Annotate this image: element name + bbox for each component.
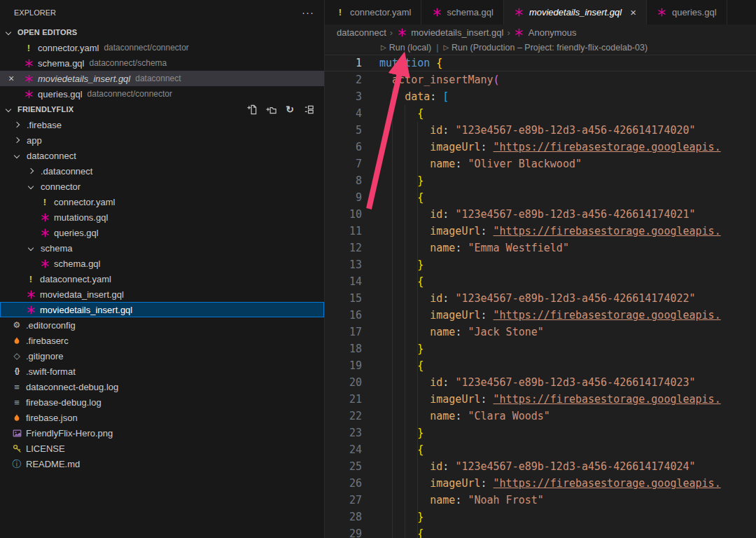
close-icon[interactable]: × <box>8 71 14 86</box>
line-content: name: "Jack Stone" <box>362 324 544 340</box>
file-name: dataconnect.yaml <box>40 274 111 284</box>
breadcrumb-item-moviedetails_insert.gql[interactable]: moviedetails_insert.gql <box>411 27 503 38</box>
line-number: 8 <box>325 172 362 189</box>
refresh-button[interactable]: ↻ <box>283 102 297 116</box>
open-editor-moviedetails_insert.gql[interactable]: ×moviedetails_insert.gqldataconnect <box>0 71 324 86</box>
chevron-right-icon <box>14 122 20 127</box>
tree-item-schema.gql[interactable]: schema.gql <box>0 256 324 271</box>
tree-item-connector[interactable]: connector <box>0 179 324 194</box>
tree-item-firebase-debug.log[interactable]: ≡firebase-debug.log <box>0 394 324 410</box>
code-line-28[interactable]: 28 } <box>325 509 756 525</box>
code-line-10[interactable]: 10 id: "123e4567-e89b-12d3-a456-42661417… <box>325 206 756 223</box>
code-line-19[interactable]: 19 { <box>325 357 756 374</box>
folder-name: .firebase <box>27 120 62 130</box>
file-path: dataconnect <box>135 74 181 83</box>
refresh-icon: ↻ <box>284 104 295 114</box>
line-content: } <box>362 340 424 357</box>
tree-item-app[interactable]: app <box>0 132 324 148</box>
code-line-3[interactable]: 3 data: [ <box>325 88 756 105</box>
code-line-8[interactable]: 8 } <box>325 172 756 189</box>
open-editor-queries.gql[interactable]: queries.gqldataconnect/connector <box>0 86 324 102</box>
tree-item-README.md[interactable]: ⓘREADME.md <box>0 456 324 471</box>
workspace-header[interactable]: FRIENDLYFLIX ↻ <box>0 102 324 117</box>
code-line-17[interactable]: 17 name: "Jack Stone" <box>325 324 756 340</box>
tree-item-FriendlyFlix-Hero.png[interactable]: FriendlyFlix-Hero.png <box>0 425 324 441</box>
file-name: FriendlyFlix-Hero.png <box>26 428 113 439</box>
chevron-down-icon <box>28 245 34 251</box>
tree-item-moviedata_insert.gql[interactable]: moviedata_insert.gql <box>0 287 324 302</box>
code-line-14[interactable]: 14 { <box>325 273 756 290</box>
tab-schema.gql[interactable]: schema.gql <box>421 0 503 25</box>
code-line-24[interactable]: 24 { <box>325 441 756 458</box>
tree-item-.dataconnect[interactable]: .dataconnect <box>0 163 324 179</box>
code-line-4[interactable]: 4 { <box>325 105 756 122</box>
code-editor[interactable]: 1mutation {2 actor_insertMany(3 data: [4… <box>325 55 756 538</box>
tree-item-schema[interactable]: schema <box>0 240 324 256</box>
tree-item-dataconnect-debug.log[interactable]: ≡dataconnect-debug.log <box>0 379 324 394</box>
code-line-20[interactable]: 20 id: "123e4567-e89b-12d3-a456-42661417… <box>325 374 756 391</box>
open-editors-header[interactable]: OPEN EDITORS <box>0 25 324 40</box>
code-line-7[interactable]: 7 name: "Oliver Blackwood" <box>325 156 756 172</box>
tree-item-LICENSE[interactable]: LICENSE <box>0 441 324 456</box>
code-line-16[interactable]: 16 imageUrl: "https://firebasestorage.go… <box>325 307 756 324</box>
more-actions-icon[interactable]: ··· <box>302 7 314 18</box>
tree-item-dataconnect.yaml[interactable]: !dataconnect.yaml <box>0 271 324 287</box>
code-line-2[interactable]: 2 actor_insertMany( <box>325 71 756 88</box>
codelens-bar: ▷Run (local)|▷Run (Production – Project:… <box>325 40 756 55</box>
code-line-1[interactable]: 1mutation { <box>325 55 756 71</box>
tree-item-.editorconfig[interactable]: ⚙.editorconfig <box>0 317 324 333</box>
tree-item-.firebaserc[interactable]: .firebaserc <box>0 333 324 348</box>
line-content: imageUrl: "https://firebasestorage.googl… <box>362 391 721 408</box>
codelens-link-run-production[interactable]: ▷Run (Production – Project: friendly-fli… <box>443 43 648 53</box>
codelens-link-run-local[interactable]: ▷Run (local) <box>381 43 431 53</box>
tab-queries.gql[interactable]: queries.gql <box>647 0 727 25</box>
close-icon[interactable]: × <box>630 7 636 18</box>
code-line-18[interactable]: 18 } <box>325 340 756 357</box>
code-line-6[interactable]: 6 imageUrl: "https://firebasestorage.goo… <box>325 139 756 156</box>
breadcrumb-item-dataconnect[interactable]: dataconnect <box>337 27 386 38</box>
code-line-27[interactable]: 27 name: "Noah Frost" <box>325 492 756 509</box>
line-content: imageUrl: "https://firebasestorage.googl… <box>362 475 721 492</box>
tree-item-.firebase[interactable]: .firebase <box>0 117 324 132</box>
code-line-15[interactable]: 15 id: "123e4567-e89b-12d3-a456-42661417… <box>325 290 756 307</box>
new-file-button[interactable] <box>245 102 259 116</box>
file-name: moviedetails_insert.gql <box>38 74 130 84</box>
tree-item-mutations.gql[interactable]: mutations.gql <box>0 209 324 225</box>
tree-item-firebase.json[interactable]: firebase.json <box>0 410 324 425</box>
code-line-11[interactable]: 11 imageUrl: "https://firebasestorage.go… <box>325 223 756 240</box>
line-number: 7 <box>325 156 362 172</box>
code-line-21[interactable]: 21 imageUrl: "https://firebasestorage.go… <box>325 391 756 408</box>
line-content: actor_insertMany( <box>362 71 500 88</box>
new-file-icon <box>246 104 258 115</box>
new-folder-button[interactable] <box>264 102 278 116</box>
breadcrumb-separator-icon: › <box>390 27 393 38</box>
tree-item-.swift-format[interactable]: {}.swift-format <box>0 364 324 379</box>
chevron-right-icon <box>14 137 20 143</box>
tree-item-connector.yaml[interactable]: !connector.yaml <box>0 194 324 209</box>
line-number: 18 <box>325 340 362 357</box>
collapse-all-button[interactable] <box>302 102 316 116</box>
line-content: data: [ <box>362 88 449 105</box>
code-line-12[interactable]: 12 name: "Emma Westfield" <box>325 240 756 256</box>
code-line-26[interactable]: 26 imageUrl: "https://firebasestorage.go… <box>325 475 756 492</box>
code-line-25[interactable]: 25 id: "123e4567-e89b-12d3-a456-42661417… <box>325 458 756 475</box>
chevron-down-icon <box>28 184 34 189</box>
open-editor-connector.yaml[interactable]: !connector.yamldataconnect/connector <box>0 40 324 55</box>
file-name: LICENSE <box>26 443 65 454</box>
tree-item-moviedetails_insert.gql[interactable]: moviedetails_insert.gql <box>0 302 324 317</box>
code-line-23[interactable]: 23 } <box>325 425 756 441</box>
tree-item-queries.gql[interactable]: queries.gql <box>0 225 324 240</box>
code-line-5[interactable]: 5 id: "123e4567-e89b-12d3-a456-426614174… <box>325 122 756 139</box>
code-line-22[interactable]: 22 name: "Clara Woods" <box>325 408 756 425</box>
breadcrumb-item-Anonymous[interactable]: Anonymous <box>528 27 577 38</box>
tab-connector.yaml[interactable]: !connector.yaml <box>325 0 421 25</box>
tree-item-.gitignore[interactable]: ◇.gitignore <box>0 348 324 364</box>
tree-item-dataconnect[interactable]: dataconnect <box>0 148 324 163</box>
open-editor-schema.gql[interactable]: schema.gqldataconnect/schema <box>0 55 324 71</box>
file-name: mutations.gql <box>54 212 108 223</box>
code-line-29[interactable]: 29 { <box>325 525 756 538</box>
indent-guide <box>405 105 405 538</box>
code-line-9[interactable]: 9 { <box>325 189 756 206</box>
tab-moviedetails_insert.gql[interactable]: moviedetails_insert.gql× <box>504 0 647 25</box>
code-line-13[interactable]: 13 } <box>325 256 756 273</box>
